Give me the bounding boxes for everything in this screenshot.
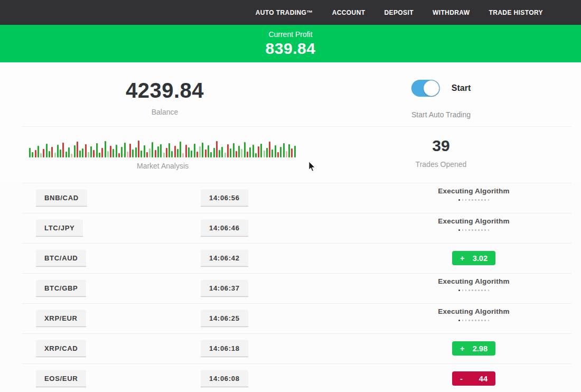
pair-badge: XRP/CAD: [36, 340, 86, 357]
pair-badge: BNB/CAD: [36, 189, 87, 207]
nav-item-auto-trading[interactable]: AUTO TRADING™: [256, 9, 313, 16]
start-auto-trading-label: Start Auto Trading: [411, 110, 471, 119]
pair-badge: EOS/EUR: [36, 370, 86, 387]
time-badge: 14:06:37: [201, 279, 248, 297]
progress-dots: [416, 199, 532, 201]
market-analysis-chart: [29, 138, 296, 157]
nav-item-trade-history[interactable]: TRADE HISTORY: [489, 9, 543, 16]
result-amount: 44: [479, 375, 488, 383]
time-badge: 14:06:46: [201, 219, 248, 237]
market-analysis-label: Market Analysis: [137, 162, 189, 170]
table-row: BTC/GBP 14:06:37 Executing Algorithm: [0, 273, 581, 303]
table-row: XRP/EUR 14:06:25 Executing Algorithm: [0, 303, 581, 333]
progress-dots: [416, 290, 532, 291]
status-executing: Executing Algorithm: [416, 217, 532, 231]
pair-badge: BTC/AUD: [36, 249, 86, 267]
table-row: XRP/CAD 14:06:18 + 2.98: [0, 333, 581, 363]
trades-opened-value: 39: [416, 137, 467, 155]
time-badge: 14:06:42: [201, 249, 248, 267]
auto-trading-toggle[interactable]: [411, 80, 440, 97]
nav-item-deposit[interactable]: DEPOSIT: [384, 9, 413, 16]
status-executing: Executing Algorithm: [416, 307, 532, 321]
progress-dots: [416, 320, 532, 321]
result-badge: + 3.02: [452, 251, 495, 265]
pair-badge: XRP/EUR: [36, 310, 86, 327]
table-row: LTC/JPY 14:06:46 Executing Algorithm: [0, 213, 581, 243]
top-nav: AUTO TRADING™ ACCOUNT DEPOSIT WITHDRAW T…: [0, 0, 581, 25]
pair-badge: BTC/GBP: [36, 279, 86, 297]
balance-value: 4239.84: [126, 79, 204, 102]
table-row: EOS/EUR 14:06:08 - 44: [0, 363, 581, 392]
current-profit-banner: Current Profit 839.84: [0, 25, 581, 62]
nav-item-account[interactable]: ACCOUNT: [332, 9, 366, 16]
nav-item-withdraw[interactable]: WITHDRAW: [433, 9, 470, 16]
current-profit-value: 839.84: [266, 40, 316, 58]
result-sign: +: [460, 344, 464, 353]
pair-badge: LTC/JPY: [36, 219, 83, 237]
result-amount: 3.02: [473, 254, 488, 263]
time-badge: 14:06:56: [201, 189, 248, 207]
balance-label: Balance: [126, 108, 204, 116]
trades-opened-block: 39 Trades Opened: [416, 137, 467, 169]
result-amount: 2.98: [473, 344, 488, 353]
progress-dots: [416, 229, 532, 231]
main-content: 4239.84 Balance Start Start Auto Trading…: [0, 62, 581, 392]
time-badge: 14:06:18: [201, 340, 248, 357]
auto-trading-block: Start Start Auto Trading: [411, 80, 471, 119]
result-badge: + 2.98: [452, 341, 495, 356]
mouse-cursor-icon: [308, 162, 315, 172]
status-label: Executing Algorithm: [416, 187, 532, 195]
status-label: Executing Algorithm: [416, 277, 532, 285]
status-executing: Executing Algorithm: [416, 277, 532, 291]
toggle-start-label: Start: [452, 83, 471, 93]
stats-divider: [22, 126, 571, 127]
trades-opened-label: Trades Opened: [416, 160, 467, 169]
balance-block: 4239.84 Balance: [126, 79, 204, 116]
status-label: Executing Algorithm: [416, 217, 532, 225]
table-row: BTC/AUD 14:06:42 + 3.02: [0, 243, 581, 273]
status-label: Executing Algorithm: [416, 307, 532, 315]
trades-list: BNB/CAD 14:06:56 Executing Algorithm LTC…: [0, 183, 581, 392]
time-badge: 14:06:08: [201, 370, 248, 387]
result-sign: -: [460, 375, 463, 383]
table-row: BNB/CAD 14:06:56 Executing Algorithm: [0, 183, 581, 213]
result-badge: - 44: [452, 371, 495, 386]
toggle-knob-icon: [424, 80, 439, 96]
time-badge: 14:06:25: [201, 310, 248, 327]
result-sign: +: [460, 254, 464, 263]
status-executing: Executing Algorithm: [416, 187, 532, 201]
current-profit-label: Current Profit: [268, 30, 312, 39]
